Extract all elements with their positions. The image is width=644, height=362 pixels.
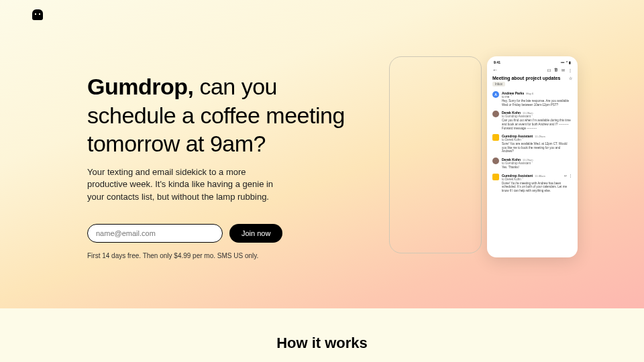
message-list: AAndrew ParksMay 6to me ˅Hey, Sorry for …	[491, 89, 574, 195]
message-body: Gumdrop Assistant11:29amto Derek Kohn ˅S…	[502, 134, 572, 154]
more-icon: ⋮	[568, 68, 572, 72]
headline: Gumdrop, can you schedule a coffee meeti…	[87, 72, 349, 158]
section-title: How it works	[276, 335, 368, 352]
message-more-icon: ⋮	[569, 174, 572, 178]
subheadline: Your texting and email sidekick to a mor…	[87, 166, 275, 204]
message-time: 11:30am	[535, 174, 545, 178]
message-text: Can you find out when I'm available duri…	[502, 119, 572, 130]
avatar	[492, 111, 499, 117]
toolbar-icons: ⊡ 🗑 ✉ ⋮	[547, 68, 572, 72]
thread-title: Meeting about project updates	[492, 76, 561, 80]
message-item: Gumdrop Assistant11:30amto Derek Kohn ˅D…	[491, 172, 574, 195]
thread-title-row: Meeting about project updates ☆	[491, 76, 574, 80]
inbox-tag: Inbox	[492, 82, 505, 86]
message-text: Yes. Thanks!	[502, 166, 572, 170]
message-time: May 6	[526, 92, 533, 95]
phone-mockups: 9:41 ••• ⌃ ▮ ← ⊡ 🗑 ✉ ⋮ Meeting about pro…	[389, 56, 578, 257]
email-field[interactable]	[87, 224, 223, 243]
status-time: 9:41	[494, 60, 500, 64]
message-to: to Derek Kohn ˅	[502, 178, 572, 181]
status-icons: ••• ⌃ ▮	[561, 60, 571, 64]
how-it-works-section: How it works	[0, 308, 644, 362]
phone-toolbar: ← ⊡ 🗑 ✉ ⋮	[491, 67, 574, 76]
avatar	[492, 174, 499, 180]
back-icon: ←	[492, 67, 498, 73]
message-item: AAndrew ParksMay 6to me ˅Hey, Sorry for …	[491, 89, 574, 109]
avatar: A	[492, 91, 499, 98]
message-text: Done! You're meeting with Andrew has bee…	[502, 182, 572, 193]
fineprint: First 14 days free. Then only $4.99 per …	[87, 252, 349, 259]
signup-form: Join now	[87, 224, 349, 243]
message-to: to Derek Kohn ˅	[502, 138, 572, 141]
mail-icon: ✉	[561, 68, 565, 72]
message-to: to Gumdrop Assistant ˅	[502, 115, 572, 118]
phone-status-bar: 9:41 ••• ⌃ ▮	[491, 60, 574, 67]
hero-left: Gumdrop, can you schedule a coffee meeti…	[0, 0, 349, 308]
message-body: Derek Kohn11:29amto Gumdrop Assistant ˅Y…	[502, 158, 572, 170]
message-text: Sure! You are available Wed. at 12pm CT.…	[502, 142, 572, 154]
archive-icon: ⊡	[547, 68, 551, 72]
trash-icon: 🗑	[554, 68, 558, 72]
avatar	[492, 158, 499, 164]
join-button[interactable]: Join now	[229, 224, 282, 243]
brand-logo	[32, 9, 43, 20]
message-item: Gumdrop Assistant11:29amto Derek Kohn ˅S…	[491, 132, 574, 156]
message-time: 11:29am	[535, 135, 545, 138]
message-to: to Gumdrop Assistant ˅	[502, 162, 572, 165]
message-body: Gumdrop Assistant11:30amto Derek Kohn ˅D…	[502, 174, 572, 193]
message-item: Derek Kohn11:29amto Gumdrop Assistant ˅Y…	[491, 156, 574, 172]
message-text: Hey, Sorry for the late response. Are yo…	[502, 99, 572, 107]
avatar	[492, 134, 499, 141]
brand-name: Gumdrop,	[87, 74, 193, 99]
sender-name: Gumdrop Assistant	[502, 174, 533, 178]
message-to: to me ˅	[502, 95, 572, 99]
reply-icon: ↩	[564, 174, 567, 178]
message-item: Derek Kohn11:28amto Gumdrop Assistant ˅C…	[491, 109, 574, 132]
message-body: Andrew ParksMay 6to me ˅Hey, Sorry for t…	[502, 91, 572, 107]
phone-email-mockup: 9:41 ••• ⌃ ▮ ← ⊡ 🗑 ✉ ⋮ Meeting about pro…	[487, 56, 578, 257]
star-icon: ☆	[569, 76, 572, 80]
phone-outline-empty	[389, 56, 482, 253]
message-body: Derek Kohn11:28amto Gumdrop Assistant ˅C…	[502, 111, 572, 130]
